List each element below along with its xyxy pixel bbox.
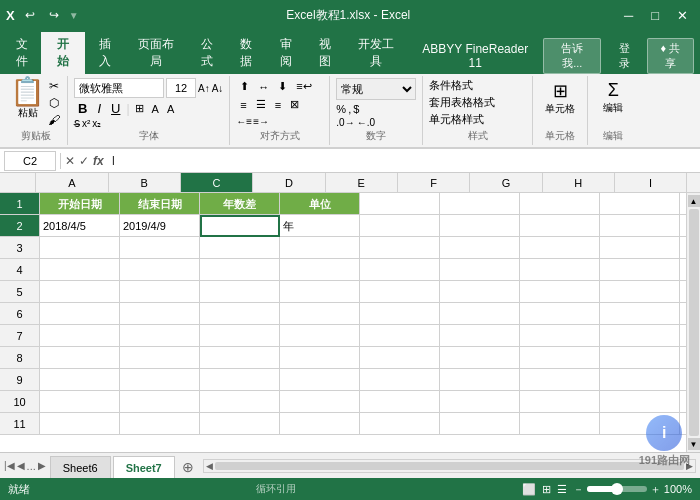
tab-review[interactable]: 审阅: [266, 32, 305, 74]
cell-B9[interactable]: [120, 369, 200, 391]
page-layout-view-button[interactable]: ⬜: [522, 483, 536, 496]
col-header-H[interactable]: H: [543, 173, 615, 193]
cell-C11[interactable]: [200, 413, 280, 435]
cell-F6[interactable]: [440, 303, 520, 325]
cell-A9[interactable]: [40, 369, 120, 391]
format-painter-button[interactable]: 🖌: [47, 112, 61, 128]
vertical-scrollbar[interactable]: ▲ ▼: [686, 193, 700, 452]
cell-B3[interactable]: [120, 237, 200, 259]
sheet-next-button[interactable]: ▶: [38, 460, 46, 471]
font-size-increase-button[interactable]: A↑: [198, 83, 210, 94]
cell-B7[interactable]: [120, 325, 200, 347]
decrease-decimal-button[interactable]: .0→: [336, 117, 354, 128]
cell-B1[interactable]: 结束日期: [120, 193, 200, 215]
maximize-button[interactable]: □: [645, 8, 665, 23]
cancel-formula-button[interactable]: ✕: [65, 154, 75, 168]
cell-C10[interactable]: [200, 391, 280, 413]
align-right-button[interactable]: ≡: [271, 96, 285, 113]
cell-D8[interactable]: [280, 347, 360, 369]
cell-D10[interactable]: [280, 391, 360, 413]
tab-data[interactable]: 数据: [226, 32, 265, 74]
cell-F1[interactable]: [440, 193, 520, 215]
row-num-4[interactable]: 4: [0, 259, 40, 281]
border-button[interactable]: ⊞: [132, 101, 147, 116]
row-num-11[interactable]: 11: [0, 413, 40, 435]
zoom-slider[interactable]: [587, 486, 647, 492]
zoom-out-button[interactable]: －: [573, 482, 584, 497]
cell-D9[interactable]: [280, 369, 360, 391]
conditional-format-button[interactable]: 条件格式: [429, 78, 526, 93]
cell-G3[interactable]: [520, 237, 600, 259]
cell-D4[interactable]: [280, 259, 360, 281]
h-scroll-thumb[interactable]: [215, 462, 684, 470]
cell-C8[interactable]: [200, 347, 280, 369]
cell-F11[interactable]: [440, 413, 520, 435]
cell-G10[interactable]: [520, 391, 600, 413]
cell-F9[interactable]: [440, 369, 520, 391]
insert-function-button[interactable]: fx: [93, 154, 104, 168]
cell-H5[interactable]: [600, 281, 680, 303]
number-format-select[interactable]: 常规: [336, 78, 416, 100]
font-size-decrease-button[interactable]: A↓: [212, 83, 224, 94]
horizontal-scrollbar[interactable]: ◀ ▶: [203, 459, 696, 473]
font-color-button[interactable]: A: [164, 102, 177, 116]
h-scroll-left-button[interactable]: ◀: [206, 461, 213, 471]
currency-button[interactable]: $: [353, 103, 359, 115]
scroll-thumb[interactable]: [689, 209, 699, 436]
tab-view[interactable]: 视图: [305, 32, 344, 74]
cell-E5[interactable]: [360, 281, 440, 303]
align-top-button[interactable]: ⬆: [236, 78, 253, 95]
cell-G8[interactable]: [520, 347, 600, 369]
cell-H1[interactable]: [600, 193, 680, 215]
tab-formulas[interactable]: 公式: [187, 32, 226, 74]
cell-E6[interactable]: [360, 303, 440, 325]
cell-G9[interactable]: [520, 369, 600, 391]
sheet-prev-button[interactable]: ◀: [17, 460, 25, 471]
tell-me-button[interactable]: 告诉我...: [543, 38, 601, 74]
col-header-G[interactable]: G: [470, 173, 542, 193]
cell-B10[interactable]: [120, 391, 200, 413]
cell-A11[interactable]: [40, 413, 120, 435]
cell-E1[interactable]: [360, 193, 440, 215]
align-middle-button[interactable]: ↔: [254, 78, 273, 95]
comma-button[interactable]: ,: [348, 103, 351, 115]
cell-C5[interactable]: [200, 281, 280, 303]
cut-button[interactable]: ✂: [47, 78, 61, 94]
font-name-input[interactable]: [74, 78, 164, 98]
cell-B11[interactable]: [120, 413, 200, 435]
cell-D6[interactable]: [280, 303, 360, 325]
cell-H4[interactable]: [600, 259, 680, 281]
add-sheet-button[interactable]: ⊕: [177, 456, 199, 478]
percent-button[interactable]: %: [336, 103, 346, 115]
align-bottom-button[interactable]: ⬇: [274, 78, 291, 95]
cell-A6[interactable]: [40, 303, 120, 325]
cell-A4[interactable]: [40, 259, 120, 281]
confirm-formula-button[interactable]: ✓: [79, 154, 89, 168]
row-num-2[interactable]: 2: [0, 215, 40, 237]
align-left-button[interactable]: ≡: [236, 96, 250, 113]
underline-button[interactable]: U: [107, 100, 124, 117]
col-header-B[interactable]: B: [109, 173, 181, 193]
cell-B4[interactable]: [120, 259, 200, 281]
row-num-1[interactable]: 1: [0, 193, 40, 215]
cell-F4[interactable]: [440, 259, 520, 281]
col-header-I[interactable]: I: [615, 173, 687, 193]
minimize-button[interactable]: ─: [618, 8, 639, 23]
share-button[interactable]: ♦ 共享: [647, 38, 694, 74]
cell-G4[interactable]: [520, 259, 600, 281]
col-header-C[interactable]: C: [181, 173, 253, 193]
col-header-E[interactable]: E: [326, 173, 398, 193]
cell-D11[interactable]: [280, 413, 360, 435]
cell-F3[interactable]: [440, 237, 520, 259]
cell-C2-selected[interactable]: [200, 215, 280, 237]
cell-E4[interactable]: [360, 259, 440, 281]
superscript-button[interactable]: x²: [82, 118, 90, 129]
tab-page-layout[interactable]: 页面布局: [124, 32, 187, 74]
zoom-slider-thumb[interactable]: [611, 483, 623, 495]
cell-C6[interactable]: [200, 303, 280, 325]
cell-F8[interactable]: [440, 347, 520, 369]
cell-H2[interactable]: [600, 215, 680, 237]
cell-C3[interactable]: [200, 237, 280, 259]
italic-button[interactable]: I: [93, 100, 105, 117]
cell-E7[interactable]: [360, 325, 440, 347]
